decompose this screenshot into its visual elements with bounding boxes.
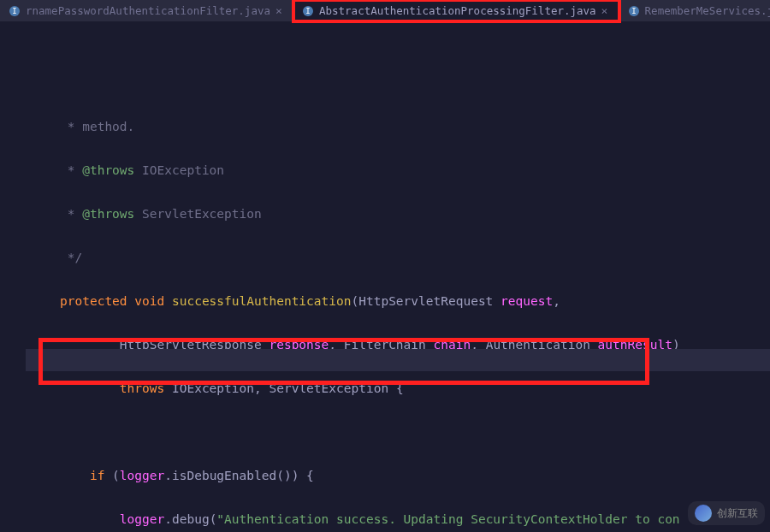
watermark-logo-icon xyxy=(695,505,712,522)
tab-file-0[interactable]: I rnamePasswordAuthenticationFilter.java… xyxy=(0,0,293,21)
close-icon[interactable]: × xyxy=(601,4,610,17)
svg-text:I: I xyxy=(631,7,636,15)
java-interface-icon: I xyxy=(628,5,640,17)
java-interface-icon: I xyxy=(302,5,314,17)
tab-label: AbstractAuthenticationProcessingFilter.j… xyxy=(319,4,596,17)
tab-label: RememberMeServices.java xyxy=(645,4,770,17)
svg-text:I: I xyxy=(305,7,310,15)
tab-file-1[interactable]: I AbstractAuthenticationProcessingFilter… xyxy=(293,0,619,21)
close-icon[interactable]: × xyxy=(275,4,284,17)
java-interface-icon: I xyxy=(9,5,21,17)
watermark: 创新互联 xyxy=(688,501,765,525)
code-editor[interactable]: * method. * @throws IOException * @throw… xyxy=(0,22,770,532)
svg-text:I: I xyxy=(12,7,16,15)
current-line-highlight xyxy=(26,349,770,371)
code-area: * method. * @throws IOException * @throw… xyxy=(0,95,770,533)
watermark-text: 创新互联 xyxy=(717,506,758,521)
tab-label: rnamePasswordAuthenticationFilter.java xyxy=(26,4,270,17)
tab-file-2[interactable]: I RememberMeServices.java × xyxy=(619,0,770,21)
editor-tab-bar: I rnamePasswordAuthenticationFilter.java… xyxy=(0,0,770,22)
